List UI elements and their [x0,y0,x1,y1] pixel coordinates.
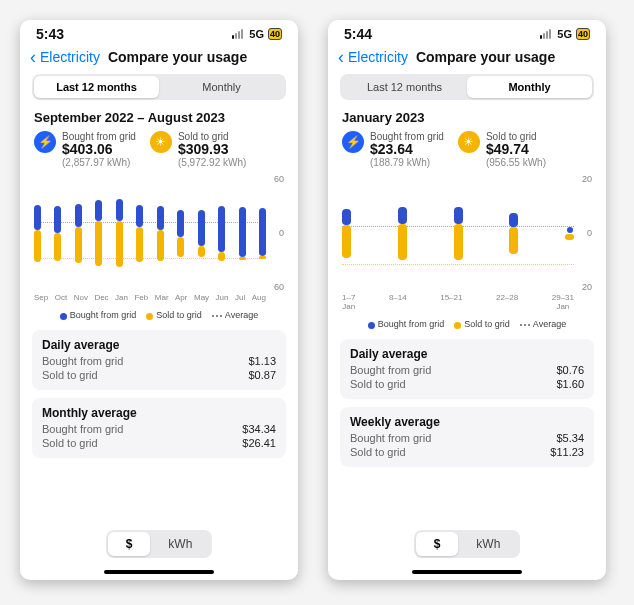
card-daily-average: Daily average Bought from grid$0.76 Sold… [340,339,594,399]
bar-column [177,210,184,258]
x-tick: 8–14 [389,293,407,311]
back-button[interactable]: Electricity [40,49,100,65]
x-tick: Nov [74,293,88,302]
signal-icon [232,29,243,39]
chart-monthly: 20 0 20 1–7 Jan8–1415–2122–2829–31 Jan B… [328,176,606,339]
bar-column [342,209,351,259]
unit-toggle: $ kWh [414,530,521,558]
tab-last12[interactable]: Last 12 months [342,76,467,98]
bar-column [136,205,143,262]
kpi-row: ⚡ Bought from grid $403.06 (2,857.97 kWh… [20,131,298,176]
kpi-bought-sub: (2,857.97 kWh) [62,157,136,168]
legend-dash-icon [520,324,530,326]
phone-monthly: 5:44 5G 40 ‹ Electricity Compare your us… [328,20,606,580]
axis-mid: 0 [279,228,284,238]
bar-column [116,199,123,267]
kpi-sold-amount: $309.93 [178,142,246,157]
bar-column [398,207,407,259]
home-indicator[interactable] [104,570,214,574]
bar-column [239,207,246,260]
date-range: January 2023 [328,110,606,131]
unit-kwh[interactable]: kWh [150,532,210,556]
nav-bar: ‹ Electricity Compare your usage [20,44,298,74]
unit-dollar[interactable]: $ [416,532,459,556]
phone-annual: 5:43 5G 40 ‹ Electricity Compare your us… [20,20,298,580]
battery-icon: 40 [268,28,282,40]
kpi-bought-amount: $403.06 [62,142,136,157]
kpi-bought: ⚡ Bought from grid $23.64 (188.79 kWh) [342,131,444,168]
clock: 5:43 [36,26,64,42]
legend-dash-icon [212,315,222,317]
card-monthly-average: Monthly average Bought from grid$34.34 S… [32,398,286,458]
kpi-bought: ⚡ Bought from grid $403.06 (2,857.97 kWh… [34,131,136,168]
bar-column [218,206,225,261]
x-tick: Sep [34,293,48,302]
back-button[interactable]: Electricity [348,49,408,65]
sun-icon: ☀ [150,131,172,153]
x-tick: 1–7 Jan [342,293,355,311]
status-bar: 5:44 5G 40 [328,20,606,44]
bolt-icon: ⚡ [342,131,364,153]
card-daily-average: Daily average Bought from grid$1.13 Sold… [32,330,286,390]
legend-dot-bought-icon [60,313,67,320]
bar-column [198,210,205,258]
signal-icon [540,29,551,39]
bolt-icon: ⚡ [34,131,56,153]
legend-dot-bought-icon [368,322,375,329]
legend-dot-sold-icon [146,313,153,320]
bar-column [259,208,266,259]
kpi-row: ⚡ Bought from grid $23.64 (188.79 kWh) ☀… [328,131,606,176]
network-label: 5G [249,28,264,40]
status-bar: 5:43 5G 40 [20,20,298,44]
axis-top: 60 [274,174,284,184]
date-range: September 2022 – August 2023 [20,110,298,131]
x-tick: 22–28 [496,293,518,311]
bar-column [157,206,164,261]
x-tick: 29–31 Jan [552,293,574,311]
battery-icon: 40 [576,28,590,40]
legend: Bought from grid Sold to grid Average [34,302,284,330]
kpi-sold: ☀ Sold to grid $309.93 (5,972.92 kWh) [150,131,246,168]
unit-kwh[interactable]: kWh [458,532,518,556]
chevron-left-icon[interactable]: ‹ [30,48,36,66]
page-title: Compare your usage [416,49,555,65]
tab-monthly[interactable]: Monthly [159,76,284,98]
period-tabs: Last 12 months Monthly [32,74,286,100]
axis-bot: 60 [274,282,284,292]
card-weekly-average: Weekly average Bought from grid$5.34 Sol… [340,407,594,467]
home-indicator[interactable] [412,570,522,574]
bar-column [54,206,61,261]
legend-dot-sold-icon [454,322,461,329]
bar-column [95,200,102,266]
sun-icon: ☀ [458,131,480,153]
x-tick: Dec [94,293,108,302]
x-tick: May [194,293,209,302]
card-title: Monthly average [42,406,276,420]
kpi-sold-sub: (5,972.92 kWh) [178,157,246,168]
x-tick: Apr [175,293,187,302]
bar-column [509,213,518,254]
x-tick: 15–21 [440,293,462,311]
bar-column [75,204,82,264]
chevron-left-icon[interactable]: ‹ [338,48,344,66]
x-tick: Feb [134,293,148,302]
x-tick: Jun [216,293,229,302]
unit-toggle: $ kWh [106,530,213,558]
page-title: Compare your usage [108,49,247,65]
network-label: 5G [557,28,572,40]
period-tabs: Last 12 months Monthly [340,74,594,100]
legend: Bought from grid Sold to grid Average [342,311,592,339]
bar-column [34,205,41,263]
card-title: Daily average [42,338,276,352]
nav-bar: ‹ Electricity Compare your usage [328,44,606,74]
tab-monthly[interactable]: Monthly [467,76,592,98]
x-tick: Mar [155,293,169,302]
kpi-sold: ☀ Sold to grid $49.74 (956.55 kWh) [458,131,546,168]
tab-last12[interactable]: Last 12 months [34,76,159,98]
x-tick: Oct [55,293,67,302]
bar-column [454,207,463,259]
unit-dollar[interactable]: $ [108,532,151,556]
bar-column [565,227,574,240]
x-tick: Jan [115,293,128,302]
x-tick: Aug [252,293,266,302]
